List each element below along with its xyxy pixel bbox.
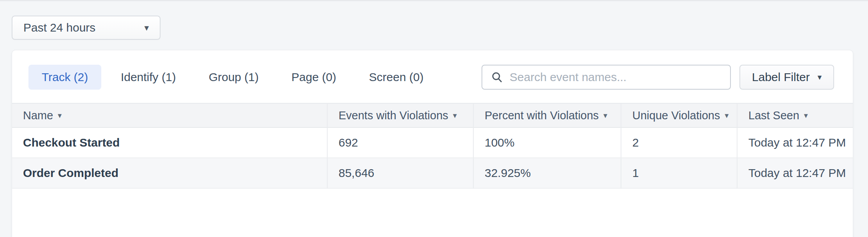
column-header-percent-with-violations[interactable]: Percent with Violations ▾ xyxy=(473,103,621,128)
chevron-down-icon: ▾ xyxy=(817,73,822,82)
cell-last-seen: Today at 12:47 PM xyxy=(737,158,853,189)
time-range-value: Past 24 hours xyxy=(23,21,95,34)
table-row[interactable]: Order Completed 85,646 32.925% 1 Today a… xyxy=(12,158,853,189)
cell-events-with-violations: 85,646 xyxy=(327,158,473,189)
cell-events-with-violations: 692 xyxy=(327,128,473,158)
tab-track[interactable]: Track (2) xyxy=(28,65,101,90)
tab-screen[interactable]: Screen (0) xyxy=(356,65,437,90)
label-filter-button[interactable]: Label Filter ▾ xyxy=(739,65,834,90)
cell-last-seen: Today at 12:47 PM xyxy=(737,128,853,158)
toolbar: Track (2) Identify (1) Group (1) Page (0… xyxy=(28,65,834,90)
cell-unique-violations: 2 xyxy=(621,128,737,158)
chevron-down-icon: ▾ xyxy=(144,23,149,33)
table-header-row: Name ▾ Events with Violations ▾ Percent … xyxy=(12,103,853,128)
table-row[interactable]: Checkout Started 692 100% 2 Today at 12:… xyxy=(12,128,853,158)
search-box[interactable] xyxy=(482,65,731,90)
column-header-last-seen[interactable]: Last Seen ▾ xyxy=(737,103,853,128)
cell-unique-violations: 1 xyxy=(621,158,737,189)
cell-percent-with-violations: 100% xyxy=(473,128,621,158)
cell-name[interactable]: Order Completed xyxy=(12,158,327,189)
violations-card: Track (2) Identify (1) Group (1) Page (0… xyxy=(12,50,853,237)
sort-caret-icon: ▾ xyxy=(804,111,808,120)
column-header-unique-violations[interactable]: Unique Violations ▾ xyxy=(621,103,737,128)
sort-caret-icon: ▾ xyxy=(58,111,62,120)
tab-page[interactable]: Page (0) xyxy=(278,65,349,90)
toolbar-right: Label Filter ▾ xyxy=(482,65,834,90)
search-icon xyxy=(491,71,503,83)
event-type-tabs: Track (2) Identify (1) Group (1) Page (0… xyxy=(28,65,437,90)
search-input[interactable] xyxy=(510,71,722,84)
top-divider xyxy=(0,0,868,1)
column-header-events-with-violations[interactable]: Events with Violations ▾ xyxy=(327,103,473,128)
column-header-name[interactable]: Name ▾ xyxy=(12,103,327,128)
tab-identify[interactable]: Identify (1) xyxy=(108,65,189,90)
time-range-dropdown[interactable]: Past 24 hours ▾ xyxy=(12,16,161,40)
label-filter-text: Label Filter xyxy=(752,71,810,84)
cell-name[interactable]: Checkout Started xyxy=(12,128,327,158)
sort-caret-icon: ▾ xyxy=(725,111,729,120)
sort-caret-icon: ▾ xyxy=(603,111,607,120)
sort-caret-icon: ▾ xyxy=(453,111,457,120)
violations-table: Name ▾ Events with Violations ▾ Percent … xyxy=(12,103,853,189)
tab-group[interactable]: Group (1) xyxy=(196,65,272,90)
cell-percent-with-violations: 32.925% xyxy=(473,158,621,189)
